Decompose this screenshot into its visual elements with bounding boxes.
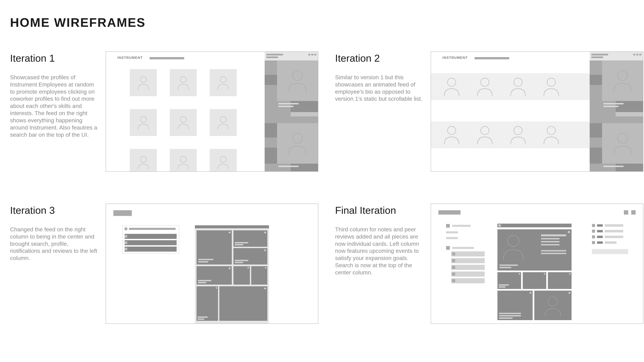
svg-point-4 bbox=[180, 116, 186, 122]
svg-point-5 bbox=[220, 116, 226, 122]
events-heading bbox=[446, 246, 486, 250]
svg-point-1 bbox=[180, 77, 186, 83]
svg-point-0 bbox=[140, 77, 146, 83]
brand-pill bbox=[113, 210, 132, 216]
wireframe-iteration-2: INSTRUMENT bbox=[431, 51, 643, 172]
person-icon bbox=[442, 76, 461, 98]
nav-item bbox=[446, 224, 486, 228]
header-icon bbox=[631, 210, 636, 215]
svg-point-14 bbox=[547, 78, 556, 86]
svg-point-2 bbox=[220, 77, 226, 83]
center-feed bbox=[498, 224, 572, 320]
svg-point-21 bbox=[508, 235, 519, 247]
profile-card bbox=[130, 109, 157, 136]
person-icon bbox=[216, 155, 230, 170]
profile-card bbox=[130, 69, 157, 96]
iteration-final: Final Iteration Third column for notes a… bbox=[335, 203, 643, 324]
svg-point-15 bbox=[448, 126, 456, 135]
iteration-2-title: Iteration 2 bbox=[335, 52, 425, 64]
center-search bbox=[498, 224, 572, 227]
wireframe-iteration-final bbox=[431, 203, 643, 324]
person-icon bbox=[216, 75, 230, 90]
feed-card bbox=[548, 272, 572, 289]
person-icon bbox=[476, 76, 494, 98]
search-bar-placeholder bbox=[474, 57, 509, 59]
right-nav-item bbox=[592, 241, 632, 244]
person-icon bbox=[543, 295, 563, 318]
nav-item bbox=[446, 237, 486, 239]
profile-card bbox=[210, 149, 237, 172]
iteration-1: Iteration 1 Showcased the profiles of In… bbox=[10, 51, 318, 172]
profile-card bbox=[170, 109, 197, 136]
right-panel bbox=[592, 224, 632, 254]
person-icon bbox=[137, 155, 150, 170]
bio-feed-row bbox=[431, 121, 590, 148]
person-icon bbox=[542, 76, 560, 98]
wireframe-logo: INSTRUMENT bbox=[442, 56, 468, 60]
person-icon bbox=[501, 233, 526, 261]
svg-point-6 bbox=[140, 156, 146, 162]
brand-pill bbox=[438, 210, 460, 215]
profile-card bbox=[170, 149, 197, 172]
center-feed bbox=[195, 225, 269, 324]
left-panel bbox=[122, 225, 179, 253]
iteration-1-body: Showcased the profiles of Instrument Emp… bbox=[10, 74, 100, 138]
person-icon bbox=[176, 115, 190, 130]
svg-point-7 bbox=[180, 156, 186, 162]
svg-point-19 bbox=[618, 71, 628, 81]
iteration-final-title: Final Iteration bbox=[335, 204, 425, 216]
person-icon bbox=[286, 131, 308, 156]
nav-item bbox=[446, 231, 486, 233]
feed-card bbox=[523, 272, 546, 289]
profile-card bbox=[210, 109, 237, 136]
person-icon bbox=[216, 115, 230, 130]
person-icon bbox=[509, 76, 527, 98]
hero-card bbox=[498, 229, 572, 271]
activity-feed bbox=[265, 52, 318, 171]
event-row bbox=[451, 272, 485, 277]
svg-point-13 bbox=[514, 78, 522, 86]
top-right-icons bbox=[624, 210, 636, 215]
header-icon bbox=[624, 210, 628, 215]
person-icon bbox=[442, 124, 461, 146]
svg-point-12 bbox=[481, 78, 489, 86]
profile-card bbox=[210, 69, 237, 96]
svg-point-8 bbox=[220, 156, 226, 162]
svg-point-17 bbox=[514, 126, 522, 135]
iteration-1-title: Iteration 1 bbox=[10, 52, 100, 64]
svg-point-20 bbox=[618, 133, 628, 143]
note-input bbox=[592, 249, 628, 254]
svg-point-22 bbox=[548, 297, 557, 306]
feed-card bbox=[498, 272, 521, 289]
right-nav-item bbox=[592, 224, 632, 227]
person-icon bbox=[137, 75, 150, 90]
iteration-final-body: Third column for notes and peer reviews … bbox=[335, 226, 425, 276]
iteration-3: Iteration 3 Changed the feed on the righ… bbox=[10, 203, 318, 324]
svg-point-18 bbox=[547, 126, 556, 135]
feed-card bbox=[534, 291, 572, 320]
svg-point-16 bbox=[481, 126, 489, 135]
person-icon bbox=[612, 68, 634, 93]
right-nav-item bbox=[592, 235, 632, 238]
wireframe-iteration-3 bbox=[106, 203, 318, 324]
event-row bbox=[451, 251, 485, 256]
person-icon bbox=[509, 124, 527, 146]
page-title: HOME WIREFRAMES bbox=[10, 15, 637, 30]
iteration-2-body: Similar to version 1 but this showcases … bbox=[335, 74, 425, 102]
person-icon bbox=[137, 115, 150, 130]
person-icon bbox=[542, 124, 560, 146]
bio-feed-row bbox=[431, 73, 590, 100]
profile-card bbox=[170, 69, 197, 96]
person-icon bbox=[476, 124, 494, 146]
svg-point-3 bbox=[140, 116, 146, 122]
svg-point-9 bbox=[293, 71, 302, 81]
svg-point-10 bbox=[293, 133, 302, 143]
iteration-3-body: Changed the feed on the right column to … bbox=[10, 226, 100, 262]
person-icon bbox=[176, 75, 190, 90]
right-nav-item bbox=[592, 230, 632, 233]
event-row bbox=[451, 258, 485, 263]
profile-card bbox=[130, 149, 157, 172]
activity-feed bbox=[590, 52, 643, 171]
iteration-2: Iteration 2 Similar to version 1 but thi… bbox=[335, 51, 643, 172]
wireframe-iteration-1: INSTRUMENT bbox=[106, 51, 318, 172]
